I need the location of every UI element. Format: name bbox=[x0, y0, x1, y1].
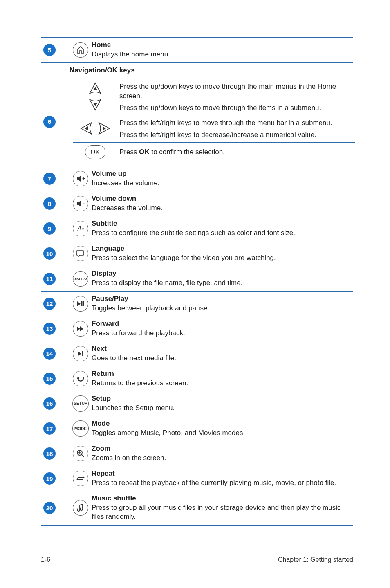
language-icon bbox=[73, 246, 88, 261]
mode-icon: MODE bbox=[72, 420, 89, 437]
nav-updown-d1: Press the up/down keys to move through t… bbox=[119, 82, 353, 101]
home-desc: Displays the home menu. bbox=[92, 50, 352, 59]
shuffle-title: Music shuffle bbox=[92, 494, 352, 503]
pause-play-icon bbox=[73, 296, 88, 312]
badge-19: 19 bbox=[43, 472, 56, 485]
row-setup: 16 SETUP Setup Launches the Setup menu. bbox=[41, 391, 353, 416]
down-arrow-icon bbox=[74, 99, 116, 113]
badge-8: 8 bbox=[43, 197, 56, 210]
language-title: Language bbox=[92, 245, 352, 253]
badge-20: 20 bbox=[43, 502, 56, 514]
badge-10: 10 bbox=[43, 247, 56, 260]
svg-rect-2 bbox=[81, 301, 83, 306]
nav-section-title: Navigation/OK keys bbox=[69, 66, 135, 74]
page-number: 1-6 bbox=[41, 556, 50, 563]
subtitle-desc: Press to configure the subtitle settings… bbox=[92, 229, 352, 238]
display-title: Display bbox=[92, 269, 352, 278]
badge-6: 6 bbox=[43, 116, 56, 128]
svg-text:+: + bbox=[82, 176, 85, 182]
left-arrow-icon bbox=[79, 132, 94, 139]
reference-table: 5 Home Displays the home menu. Navigatio… bbox=[41, 37, 353, 526]
row-nav-head: Navigation/OK keys bbox=[41, 63, 353, 78]
music-shuffle-icon bbox=[73, 500, 88, 516]
shuffle-desc: Press to group all your music files in y… bbox=[92, 503, 352, 521]
badge-15: 15 bbox=[43, 373, 56, 385]
svg-line-8 bbox=[82, 455, 84, 457]
row-volume-down: 8 − Volume down Decreases the volume. bbox=[41, 191, 353, 216]
forward-icon bbox=[73, 321, 88, 337]
display-icon: DISPLAY bbox=[73, 271, 88, 287]
volume-down-title: Volume down bbox=[92, 195, 352, 203]
nav-updown-d2: Press the up/down keys to move through t… bbox=[119, 103, 353, 113]
next-title: Next bbox=[92, 345, 352, 353]
setup-desc: Launches the Setup menu. bbox=[92, 404, 352, 413]
ok-button-icon: OK bbox=[85, 145, 105, 159]
zoom-icon bbox=[73, 446, 88, 461]
mode-desc: Toggles among Music, Photo, and Movies m… bbox=[92, 429, 352, 438]
repeat-desc: Press to repeat the playback of the curr… bbox=[92, 478, 352, 487]
repeat-title: Repeat bbox=[92, 469, 352, 478]
badge-11: 11 bbox=[43, 273, 56, 285]
svg-text:−: − bbox=[82, 201, 85, 206]
next-icon bbox=[73, 346, 88, 361]
row-pause-play: 12 Pause/Play Toggles between playback a… bbox=[41, 291, 353, 316]
zoom-title: Zoom bbox=[92, 444, 352, 453]
badge-17: 17 bbox=[43, 422, 56, 435]
repeat-icon bbox=[73, 471, 88, 486]
badge-12: 12 bbox=[43, 298, 56, 310]
row-volume-up: 7 + Volume up Increases the volume. bbox=[41, 166, 353, 191]
subtitle-icon: Aa bbox=[73, 221, 88, 236]
row-home: 5 Home Displays the home menu. bbox=[41, 37, 353, 63]
svg-line-9 bbox=[80, 504, 83, 505]
nav-lr-d2: Press the left/right keys to decrease/in… bbox=[119, 130, 353, 140]
badge-9: 9 bbox=[43, 222, 56, 235]
next-desc: Goes to the next media file. bbox=[92, 354, 352, 363]
forward-title: Forward bbox=[92, 320, 352, 328]
return-icon bbox=[73, 371, 88, 386]
subtitle-title: Subtitle bbox=[92, 220, 352, 228]
chapter-label: Chapter 1: Getting started bbox=[278, 556, 353, 563]
row-subtitle: 9 Aa Subtitle Press to configure the sub… bbox=[41, 216, 353, 241]
badge-7: 7 bbox=[43, 173, 56, 185]
forward-desc: Press to forward the playback. bbox=[92, 329, 352, 338]
zoom-desc: Zooms in on the screen. bbox=[92, 453, 352, 462]
right-arrow-icon bbox=[98, 132, 111, 139]
page: 5 Home Displays the home menu. Navigatio… bbox=[0, 0, 390, 588]
volume-up-title: Volume up bbox=[92, 170, 352, 178]
mode-title: Mode bbox=[92, 420, 352, 428]
row-language: 10 Language Press to select the language… bbox=[41, 241, 353, 266]
svg-rect-4 bbox=[82, 351, 83, 356]
return-title: Return bbox=[92, 370, 352, 378]
pause-play-title: Pause/Play bbox=[92, 295, 352, 303]
badge-5: 5 bbox=[43, 44, 56, 56]
badge-16: 16 bbox=[43, 397, 56, 410]
volume-down-icon: − bbox=[73, 196, 88, 211]
volume-up-icon: + bbox=[73, 171, 88, 186]
nav-inner-table: Press the up/down keys to move through t… bbox=[73, 79, 355, 162]
display-desc: Press to display the file name, file typ… bbox=[92, 278, 352, 287]
row-forward: 13 Forward Press to forward the playback… bbox=[41, 316, 353, 341]
setup-icon: SETUP bbox=[72, 395, 89, 412]
row-repeat: 19 Repeat Press to repeat the playback o… bbox=[41, 466, 353, 491]
home-title: Home bbox=[92, 41, 352, 49]
row-return: 15 Return Returns to the previous screen… bbox=[41, 366, 353, 391]
volume-up-desc: Increases the volume. bbox=[92, 179, 352, 188]
home-icon bbox=[73, 42, 88, 58]
nav-ok-desc: Press OK to confirm the selection. bbox=[118, 143, 355, 162]
nav-lr-d1: Press the left/right keys to move throug… bbox=[119, 119, 353, 128]
row-next: 14 Next Goes to the next media file. bbox=[41, 341, 353, 366]
badge-14: 14 bbox=[43, 348, 56, 360]
return-desc: Returns to the previous screen. bbox=[92, 379, 352, 388]
row-nav-body: 6 Press the up/down keys to move through… bbox=[41, 78, 353, 166]
setup-title: Setup bbox=[92, 395, 352, 403]
pause-play-desc: Toggles between playback and pause. bbox=[92, 304, 352, 313]
badge-13: 13 bbox=[43, 323, 56, 335]
badge-18: 18 bbox=[43, 447, 56, 460]
row-zoom: 18 Zoom Zooms in on the screen. bbox=[41, 441, 353, 466]
row-shuffle: 20 Music shuffle Press to group all your… bbox=[41, 491, 353, 525]
volume-down-desc: Decreases the volume. bbox=[92, 204, 352, 213]
row-mode: 17 MODE Mode Toggles among Music, Photo,… bbox=[41, 416, 353, 441]
row-display: 11 DISPLAY Display Press to display the … bbox=[41, 266, 353, 291]
language-desc: Press to select the language for the vid… bbox=[92, 254, 352, 263]
footer: 1-6 Chapter 1: Getting started bbox=[41, 556, 353, 563]
